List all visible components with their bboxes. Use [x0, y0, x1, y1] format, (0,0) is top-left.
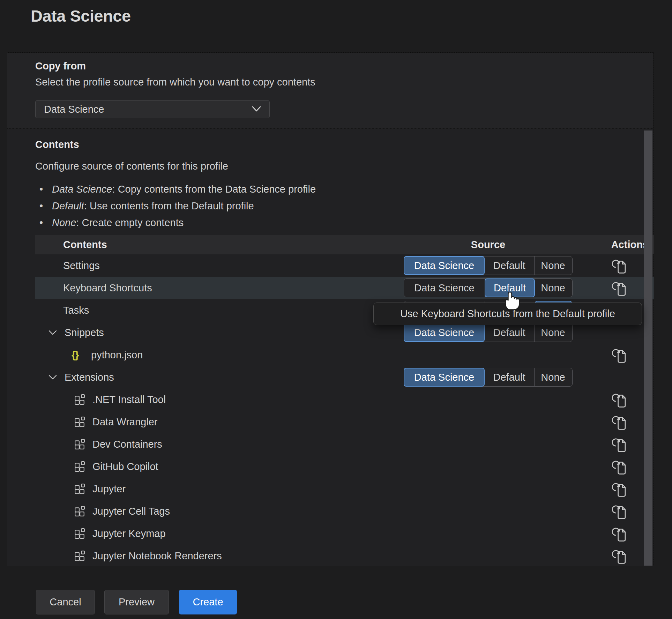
copy-content-action-icon[interactable]: [612, 503, 628, 520]
row-label: .NET Install Tool: [92, 394, 166, 405]
copy-content-action-icon[interactable]: [612, 481, 628, 498]
row-label: Data Wrangler: [92, 416, 157, 428]
copy-content-action-icon[interactable]: [612, 436, 628, 453]
contents-bullet-list: Data Science: Copy contents from the Dat…: [35, 181, 316, 231]
row-label: python.json: [91, 349, 143, 361]
source-option-data-science[interactable]: Data Science: [404, 256, 485, 275]
source-option-none[interactable]: None: [535, 323, 572, 342]
source-option-default[interactable]: Default: [485, 278, 535, 297]
table-row: .NET Install Tool: [35, 388, 654, 411]
table-row: SettingsData ScienceDefaultNone: [35, 254, 654, 277]
table-row: Jupyter Keymap: [35, 522, 654, 545]
copy-content-action-icon[interactable]: [612, 458, 628, 475]
source-option-default[interactable]: Default: [484, 323, 535, 342]
table-row: Jupyter: [35, 478, 654, 500]
table-row: Jupyter Notebook Renderers: [35, 545, 654, 567]
source-option-none[interactable]: None: [535, 279, 572, 297]
copy-content-action-icon[interactable]: [612, 525, 628, 542]
extension-icon: [74, 550, 86, 561]
table-header-row: Contents Source Actions: [35, 235, 654, 254]
extension-icon: [74, 461, 86, 472]
extension-icon: [74, 439, 86, 450]
preview-button[interactable]: Preview: [104, 590, 169, 614]
source-segmented-control: Data ScienceDefaultNone: [404, 368, 573, 387]
extension-icon: [74, 506, 86, 517]
copy-from-dropdown-value: Data Science: [36, 104, 104, 115]
copy-from-dropdown[interactable]: Data Science: [35, 100, 270, 118]
row-label: Jupyter Keymap: [92, 528, 166, 539]
chevron-down-icon[interactable]: [48, 327, 58, 338]
page-title: Data Science: [31, 6, 131, 25]
row-label: Extensions: [65, 372, 114, 383]
table-row: {}python.json: [35, 344, 654, 366]
extension-icon: [74, 394, 86, 405]
copy-content-action-icon[interactable]: [612, 347, 628, 364]
chevron-down-icon: [251, 106, 262, 114]
source-option-default[interactable]: Default: [484, 368, 535, 386]
row-label: Jupyter: [92, 483, 126, 495]
source-option-data-science[interactable]: Data Science: [404, 279, 485, 297]
column-header-actions: Actions: [611, 239, 648, 251]
copy-content-action-icon[interactable]: [612, 391, 628, 408]
source-option-default[interactable]: Default: [484, 256, 535, 275]
row-label: Snippets: [65, 327, 104, 338]
copy-from-heading: Copy from: [35, 60, 86, 72]
extension-icon: [74, 483, 86, 494]
table-row: Keyboard ShortcutsData ScienceDefaultNon…: [35, 277, 654, 299]
row-label: Jupyter Notebook Renderers: [92, 550, 222, 562]
contents-table: Contents Source Actions SettingsData Sci…: [35, 235, 654, 567]
copy-content-action-icon[interactable]: [612, 258, 628, 274]
create-button[interactable]: Create: [179, 590, 237, 614]
contents-description: Configure source of contents for this pr…: [35, 161, 228, 172]
table-rows: SettingsData ScienceDefaultNoneKeyboard …: [35, 254, 654, 567]
column-header-source: Source: [404, 239, 573, 251]
cancel-button[interactable]: Cancel: [36, 590, 95, 614]
row-label: Dev Containers: [92, 439, 162, 450]
table-row: ExtensionsData ScienceDefaultNone: [35, 366, 654, 388]
contents-section: Contents Configure source of contents fo…: [7, 128, 653, 566]
extension-icon: [74, 416, 86, 427]
source-option-data-science[interactable]: Data Science: [404, 368, 485, 387]
table-row: Dev Containers: [35, 433, 654, 455]
bullet-data-science: Data Science: Copy contents from the Dat…: [35, 181, 316, 197]
column-header-contents: Contents: [63, 239, 107, 251]
row-label: GitHub Copilot: [92, 461, 158, 472]
row-label: Tasks: [63, 305, 89, 316]
row-label: Jupyter Cell Tags: [92, 506, 170, 517]
bullet-none: None: Create empty contents: [35, 214, 316, 231]
copy-from-section: Copy from Select the profile source from…: [7, 53, 653, 128]
tooltip: Use Keyboard Shortcuts from the Default …: [373, 303, 642, 325]
copy-content-action-icon[interactable]: [612, 548, 628, 565]
copy-from-description: Select the profile source from which you…: [35, 76, 315, 88]
source-option-data-science[interactable]: Data Science: [404, 323, 485, 342]
row-label: Keyboard Shortcuts: [63, 282, 152, 294]
source-segmented-control: Data ScienceDefaultNone: [404, 256, 573, 275]
chevron-down-icon[interactable]: [48, 372, 58, 382]
table-row: Jupyter Cell Tags: [35, 500, 654, 522]
json-braces-icon: {}: [72, 349, 87, 361]
table-row: Data Wrangler: [35, 411, 654, 433]
table-row: GitHub Copilot: [35, 455, 654, 478]
extension-icon: [74, 528, 86, 539]
source-segmented-control: Data ScienceDefaultNone: [404, 278, 573, 297]
copy-content-action-icon[interactable]: [612, 280, 628, 297]
row-label: Settings: [63, 260, 100, 271]
source-option-none[interactable]: None: [535, 368, 572, 386]
contents-heading: Contents: [35, 139, 79, 150]
bullet-default: Default: Use contents from the Default p…: [35, 197, 316, 214]
vertical-scrollbar[interactable]: [644, 130, 652, 566]
source-segmented-control: Data ScienceDefaultNone: [404, 323, 573, 342]
copy-content-action-icon[interactable]: [612, 414, 628, 431]
source-option-none[interactable]: None: [535, 256, 572, 275]
